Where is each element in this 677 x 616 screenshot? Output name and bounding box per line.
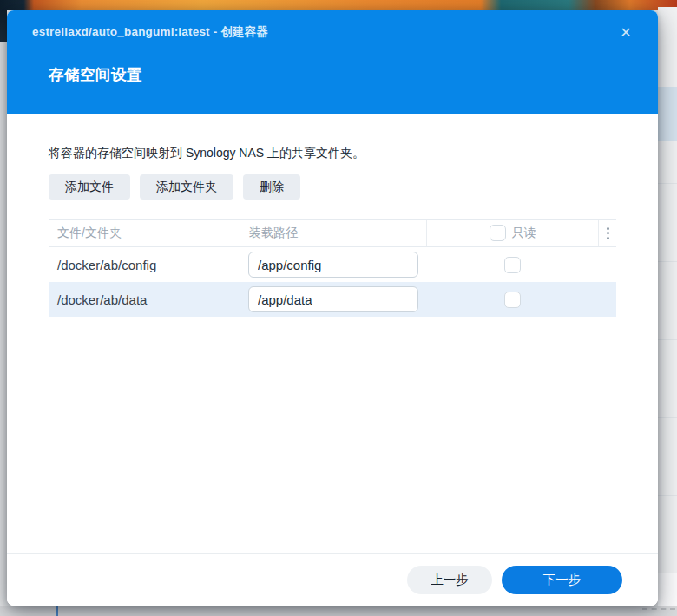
background-row-line (658, 261, 677, 262)
table-header-row: 文件/文件夹 装载路径 只读 (49, 219, 616, 247)
column-options-icon[interactable] (601, 224, 615, 243)
storage-toolbar: 添加文件 添加文件夹 删除 (49, 174, 300, 200)
mount-path-cell (240, 286, 426, 312)
column-header-readonly: 只读 (426, 220, 598, 246)
background-divider (658, 29, 677, 29)
readonly-cell (426, 292, 598, 308)
section-title: 存储空间设置 (49, 64, 142, 85)
background-row-line (658, 417, 677, 418)
column-header-file: 文件/文件夹 (49, 226, 240, 241)
create-container-dialog: estrellaxd/auto_bangumi:latest - 创建容器 ✕ … (7, 10, 658, 606)
table-row[interactable]: /docker/ab/config (49, 247, 616, 282)
dialog-header: estrellaxd/auto_bangumi:latest - 创建容器 ✕ … (7, 10, 658, 114)
background-toolbar-band (658, 87, 677, 141)
dialog-title: estrellaxd/auto_bangumi:latest - 创建容器 (32, 24, 268, 40)
storage-mapping-description: 将容器的存储空间映射到 Synology NAS 上的共享文件夹。 (49, 146, 365, 161)
readonly-checkbox[interactable] (504, 292, 521, 308)
readonly-checkbox[interactable] (504, 257, 521, 273)
background-row-line (658, 183, 677, 184)
volume-mapping-table: 文件/文件夹 装载路径 只读 /docker/ab/config (49, 219, 616, 317)
previous-step-button[interactable]: 上一步 (407, 566, 492, 594)
background-row-line (658, 339, 677, 340)
close-icon[interactable]: ✕ (616, 23, 635, 42)
background-row-line (658, 495, 677, 496)
table-row[interactable]: /docker/ab/data (49, 282, 616, 317)
readonly-select-all-checkbox[interactable] (490, 225, 506, 241)
mount-path-input[interactable] (248, 252, 418, 278)
column-header-mount-path: 装载路径 (240, 220, 426, 246)
file-path-cell: /docker/ab/config (49, 258, 240, 272)
mount-path-cell (240, 252, 426, 278)
dialog-titlebar: estrellaxd/auto_bangumi:latest - 创建容器 ✕ (32, 23, 641, 42)
add-file-button[interactable]: 添加文件 (49, 174, 130, 200)
next-step-button[interactable]: 下一步 (502, 566, 622, 594)
background-window-edge-bottom (0, 606, 677, 616)
background-accent-tick (56, 606, 58, 616)
background-window-edge-left (0, 10, 7, 42)
dialog-body: 将容器的存储空间映射到 Synology NAS 上的共享文件夹。 添加文件 添… (7, 114, 658, 606)
column-header-menu (598, 220, 616, 246)
readonly-header-label: 只读 (512, 226, 536, 241)
desktop-wallpaper (0, 0, 677, 10)
add-folder-button[interactable]: 添加文件夹 (140, 174, 233, 200)
mount-path-input[interactable] (248, 286, 418, 312)
dialog-footer: 上一步 下一步 (7, 553, 658, 606)
delete-button[interactable]: 删除 (243, 174, 300, 200)
background-window-edge-right (658, 7, 677, 616)
readonly-cell (426, 257, 598, 273)
file-path-cell: /docker/ab/data (49, 292, 240, 307)
background-dashed-line (642, 608, 675, 610)
